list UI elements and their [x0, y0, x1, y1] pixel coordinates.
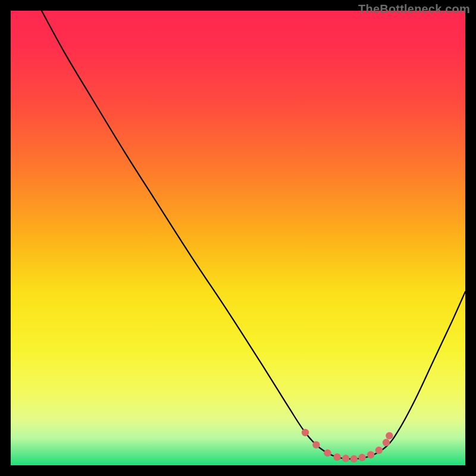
marker-dot [302, 429, 309, 436]
chart-svg [0, 0, 476, 476]
marker-dot [350, 455, 358, 462]
marker-dot [386, 432, 393, 439]
marker-dot [358, 454, 365, 461]
marker-dot [367, 451, 374, 458]
watermark-text: TheBottleneck.com [358, 2, 470, 16]
marker-dot [324, 449, 331, 456]
marker-dot [342, 455, 349, 462]
marker-dot [312, 441, 320, 448]
chart-stage: TheBottleneck.com [0, 0, 476, 476]
marker-dot [333, 453, 340, 461]
marker-dot [375, 447, 383, 454]
marker-dot [383, 439, 390, 446]
plot-background [11, 11, 465, 465]
